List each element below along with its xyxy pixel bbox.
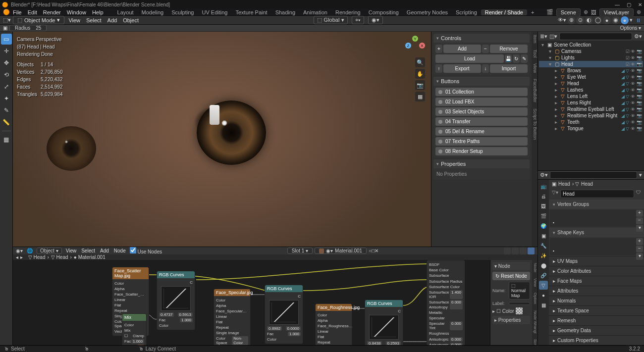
n-tab[interactable]: Item [532, 32, 537, 47]
material-props-tab[interactable]: ● [539, 291, 548, 300]
annotate-tool[interactable]: ✎ [1, 105, 12, 116]
properties-header[interactable]: ▾Properties [433, 159, 530, 168]
outliner-tree[interactable]: ▾▣Scene Collection ▾▢Cameras☑ 👁 📷▾▢Light… [538, 41, 644, 170]
export-up-icon[interactable]: ↑ [435, 64, 442, 73]
physics-props-tab[interactable]: ⬤ [539, 261, 548, 270]
props-type-icon[interactable]: ⚙▾ [540, 172, 548, 178]
props-section-collapsed[interactable]: ▸Attributes [549, 286, 644, 296]
menu-file[interactable]: File [13, 9, 22, 15]
snap-icon[interactable] [512, 248, 519, 254]
vg-add-button[interactable]: + [636, 210, 643, 217]
workspace-tab[interactable]: + [527, 9, 538, 15]
particle-props-tab[interactable]: ✨ [539, 251, 548, 260]
workspace-tab[interactable]: Sculpting [167, 9, 198, 15]
orientation-selector[interactable]: ⬚ Global ▾ [314, 16, 348, 24]
material-slot[interactable]: Slot 1 ▾ [287, 248, 313, 254]
constraint-props-tab[interactable]: 🔗 [539, 271, 548, 280]
editor-type-icon[interactable]: ⬚▾ [3, 17, 11, 23]
script-button[interactable]: 05 Del & Rename [435, 127, 528, 136]
breadcrumb-material[interactable]: ● Material.001 [74, 254, 106, 260]
node-menu-select[interactable]: Select [81, 248, 95, 253]
workspace-tab[interactable]: Layout [113, 9, 138, 15]
menu-help[interactable]: Help [92, 9, 104, 15]
use-nodes-toggle[interactable]: Use Nodes [130, 247, 162, 254]
material-selector[interactable]: ◉▾ Material.001 [315, 248, 367, 254]
props-section-collapsed[interactable]: ▸Face Maps [549, 276, 644, 286]
mesh-props-tab[interactable]: ▽ [539, 281, 548, 290]
n-tab[interactable]: Tool [532, 47, 537, 61]
props-section-collapsed[interactable]: ▸Custom Properties [549, 335, 644, 345]
output-props-tab[interactable]: 🖨 [539, 192, 548, 201]
shader-mode[interactable]: Object ▾ [37, 248, 62, 254]
outliner-item[interactable]: ▸▽Teeth◢ ▽👁 📷 [539, 119, 643, 125]
workspace-tab[interactable]: Scripting [452, 9, 481, 15]
node-color-row[interactable]: ▸ ☐Color [492, 307, 530, 314]
outliner-item[interactable]: ▾▢Lights☑ 👁 📷 [539, 54, 643, 61]
workspace-tab[interactable]: Texture Paint [231, 9, 271, 15]
workspace-tab[interactable]: Rendering [331, 9, 365, 15]
sk-remove-button[interactable]: − [636, 246, 643, 252]
cursor-tool[interactable]: ✛ [1, 46, 12, 56]
remove-minus-button[interactable]: − [482, 45, 489, 53]
node-n-tab[interactable]: Script To Butto [532, 336, 537, 345]
viewport-menu-select[interactable]: Select [86, 17, 102, 23]
maximize-button[interactable]: ▢ [627, 2, 631, 7]
vg-remove-button[interactable]: − [636, 217, 643, 224]
outliner-item[interactable]: ▾▢Cameras☑ 👁 📷 [539, 48, 643, 54]
outliner-item[interactable]: ▸▽Head◢ ▽👁 📷 [539, 80, 643, 87]
transform-tool[interactable]: ✦ [1, 93, 12, 104]
properties-search[interactable] [550, 171, 637, 179]
scene-props-tab[interactable]: 🎬 [539, 211, 548, 220]
mode-selector[interactable]: ⬚Object Mode▾ [13, 16, 64, 24]
outliner-item[interactable]: ▸▽Eye Wet◢ ▽👁 📷 [539, 74, 643, 80]
texture-props-tab[interactable]: ▦ [539, 301, 548, 309]
controls-header[interactable]: ▾Controls [433, 34, 530, 43]
script-button[interactable]: 02 Load FBX [435, 98, 528, 106]
props-section-collapsed[interactable]: ▸Geometry Data [549, 325, 644, 335]
rotate-tool[interactable]: ⟲ [1, 69, 12, 80]
render-pause-icon[interactable]: ⏸ [636, 17, 641, 23]
shading-dropdown-icon[interactable]: ▾ [630, 17, 633, 23]
script-button[interactable]: 03 Select Objects [435, 107, 528, 116]
n-tab[interactable]: Script To Button [532, 105, 537, 143]
axis-y[interactable]: Y [412, 36, 418, 42]
script-button[interactable]: 07 Textre Paths [435, 137, 528, 146]
select-tool[interactable]: ▭ [1, 34, 12, 45]
new-scene-icon[interactable]: ⊕ [584, 9, 588, 15]
node-name-field[interactable]: ⬚ Normal Map [509, 282, 530, 300]
export-button[interactable]: Export [443, 64, 481, 73]
new-viewlayer-icon[interactable]: ⊕ [637, 9, 641, 15]
outliner-item[interactable]: ▸▽Lens Left◢ ▽👁 📷 [539, 93, 643, 100]
outliner-item[interactable]: ▸▽Realtime Eyeball Right◢ ▽👁 📷 [539, 112, 643, 119]
n-tab[interactable]: View [532, 60, 537, 76]
n-tab[interactable]: FaceBuilder [532, 76, 537, 105]
workspace-tab[interactable]: Animation [299, 9, 331, 15]
edit-icon-button[interactable]: ✎ [521, 54, 528, 63]
props-section-collapsed[interactable]: ▸Color Attributes [549, 266, 644, 276]
render-props-tab[interactable]: 📺 [539, 182, 548, 191]
gizmo-toggle[interactable]: ⊕ [567, 16, 575, 24]
outliner-search[interactable] [559, 33, 632, 40]
scene-collection-row[interactable]: ▾▣Scene Collection [539, 42, 643, 48]
props-section-collapsed[interactable]: ▸Texture Space [549, 305, 644, 315]
add-plus-button[interactable]: + [435, 45, 442, 53]
reset-node-button[interactable]: ↻ Reset Node [492, 272, 530, 280]
navigation-gizmo[interactable]: Y X Z [405, 36, 425, 55]
import-button[interactable]: Import [490, 64, 528, 73]
measure-tool[interactable]: 📏 [1, 117, 12, 128]
node-section-header[interactable]: ▾ Node [492, 262, 530, 270]
workspace-tab[interactable]: Modeling [138, 9, 168, 15]
load-button[interactable]: Load [435, 54, 504, 63]
vertex-groups-header[interactable]: ▾Vertex Groups [549, 200, 644, 209]
node-properties-header[interactable]: ▸ Properties [492, 316, 530, 324]
outliner-item[interactable]: ▸▽Brows◢ ▽👁 📷 [539, 67, 643, 74]
wireframe-shading[interactable]: ◯ [594, 16, 602, 24]
zoom-icon[interactable]: 🔍 [415, 57, 425, 67]
visibility-icon[interactable]: 👁▾ [558, 17, 566, 23]
breadcrumb-mesh[interactable]: ▽ Head [51, 254, 68, 260]
menu-render[interactable]: Render [43, 9, 61, 15]
modifier-props-tab[interactable]: 🔧 [539, 241, 548, 250]
props-section-collapsed[interactable]: ▸Remesh [549, 315, 644, 325]
mesh-datablock-icon[interactable]: ▽▾ [552, 190, 558, 198]
close-button[interactable]: ✕ [638, 2, 642, 7]
